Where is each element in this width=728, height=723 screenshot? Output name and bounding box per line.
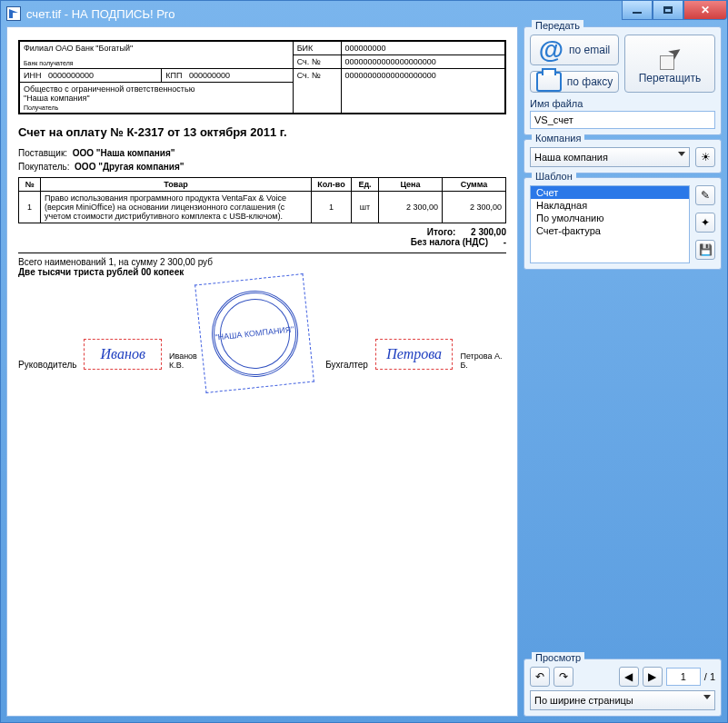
bik-value: 000000000 <box>341 42 504 55</box>
gear-icon: ☀ <box>701 151 711 163</box>
template-new-button[interactable]: ✦ <box>695 213 715 233</box>
rotate-ccw-icon: ↶ <box>535 670 544 683</box>
total-value: 2 300,00 <box>471 227 506 237</box>
rotate-cw-icon: ↷ <box>559 670 568 683</box>
acc-label: Сч. № <box>293 55 341 69</box>
template-item-default[interactable]: По умолчанию <box>531 212 689 224</box>
disk-icon: 💾 <box>699 243 713 256</box>
minimize-button[interactable] <box>622 1 653 20</box>
template-listbox[interactable]: Счет Накладная По умолчанию Счет-фактура <box>530 185 690 263</box>
buyer-name: ООО "Другая компания" <box>75 162 184 172</box>
app-icon <box>6 6 21 21</box>
bank-recipient-label: Банк получателя <box>24 60 289 66</box>
template-save-button[interactable]: 💾 <box>695 240 715 260</box>
document-title: Счет на оплату № К-2317 от 13 октября 20… <box>18 125 506 139</box>
drag-button[interactable]: Перетащить <box>624 35 715 93</box>
fax-icon <box>536 72 562 92</box>
app-window: счет.tif - НА ПОДПИСЬ! Pro ✕ Филиал ОАО … <box>0 0 728 723</box>
pencil-icon: ✎ <box>701 189 710 202</box>
signature2-box: Петрова <box>375 339 454 370</box>
zoom-dropdown[interactable]: По ширине страницы <box>530 690 715 710</box>
signer2-role: Бухгалтер <box>325 360 368 370</box>
chevron-down-icon <box>678 152 685 156</box>
maximize-button[interactable] <box>653 1 683 20</box>
send-group: Передать @ по email по факсу <box>524 26 722 135</box>
page-total: / 1 <box>704 671 715 682</box>
document-preview-panel[interactable]: Филиал ОАО Банк "Богатый" Банк получател… <box>6 26 518 717</box>
signer1-role: Руководитель <box>18 360 76 370</box>
window-title: счет.tif - НА ПОДПИСЬ! Pro <box>26 7 175 21</box>
bik-label: БИК <box>293 42 341 55</box>
stamp-box: "НАША КОМПАНИЯ" <box>194 273 314 393</box>
rotate-right-button[interactable]: ↷ <box>553 667 573 687</box>
acc-value: 00000000000000000000 <box>341 55 504 69</box>
filename-label: Имя файла <box>530 98 715 109</box>
acc2-label: Сч. № <box>293 69 341 114</box>
signer2-name: Петрова А. Б. <box>460 352 506 370</box>
next-page-button[interactable]: ▶ <box>643 667 663 687</box>
template-edit-button[interactable]: ✎ <box>695 185 715 205</box>
template-item-schet-faktura[interactable]: Счет-фактура <box>531 224 689 237</box>
company-dropdown[interactable]: Наша компания <box>530 147 690 167</box>
at-icon: @ <box>539 35 563 64</box>
company-group: Компания Наша компания ☀ <box>524 139 722 173</box>
document-page: Филиал ОАО Банк "Богатый" Банк получател… <box>18 40 506 370</box>
view-group: Просмотр ↶ ↷ ◀ ▶ / 1 По ширине страницы <box>524 659 722 717</box>
send-email-button[interactable]: @ по email <box>530 35 619 65</box>
template-group: Шаблон Счет Накладная По умолчанию Счет-… <box>524 177 722 270</box>
items-table: № Товар Кол-во Ед. Цена Сумма 1 Право ис… <box>18 177 506 223</box>
star-icon: ✦ <box>701 216 710 229</box>
page-number-input[interactable] <box>666 668 701 686</box>
titlebar[interactable]: счет.tif - НА ПОДПИСЬ! Pro ✕ <box>1 1 727 26</box>
filename-input[interactable] <box>530 111 715 129</box>
table-row: 1 Право использования программного проду… <box>19 192 506 223</box>
sum-in-words: Две тысячи триста рублей 00 копеек <box>18 267 506 277</box>
acc2-value: 00000000000000000000 <box>341 69 504 114</box>
template-item-schet[interactable]: Счет <box>531 186 689 199</box>
close-button[interactable]: ✕ <box>683 1 727 20</box>
cursor-icon <box>658 43 682 70</box>
send-fax-button[interactable]: по факсу <box>530 71 619 93</box>
chevron-right-icon: ▶ <box>648 670 656 683</box>
template-item-nakladnaya[interactable]: Накладная <box>531 199 689 212</box>
company-settings-button[interactable]: ☀ <box>695 147 715 167</box>
supplier-name: ООО "Наша компания" <box>73 148 175 158</box>
prev-page-button[interactable]: ◀ <box>619 667 639 687</box>
signature1-box: Иванов <box>84 339 162 370</box>
rotate-left-button[interactable]: ↶ <box>530 667 550 687</box>
bank-branch: Филиал ОАО Банк "Богатый" <box>24 44 289 53</box>
chevron-down-icon <box>703 695 711 699</box>
chevron-left-icon: ◀ <box>624 670 633 683</box>
bank-details-block: Филиал ОАО Банк "Богатый" Банк получател… <box>18 40 506 114</box>
